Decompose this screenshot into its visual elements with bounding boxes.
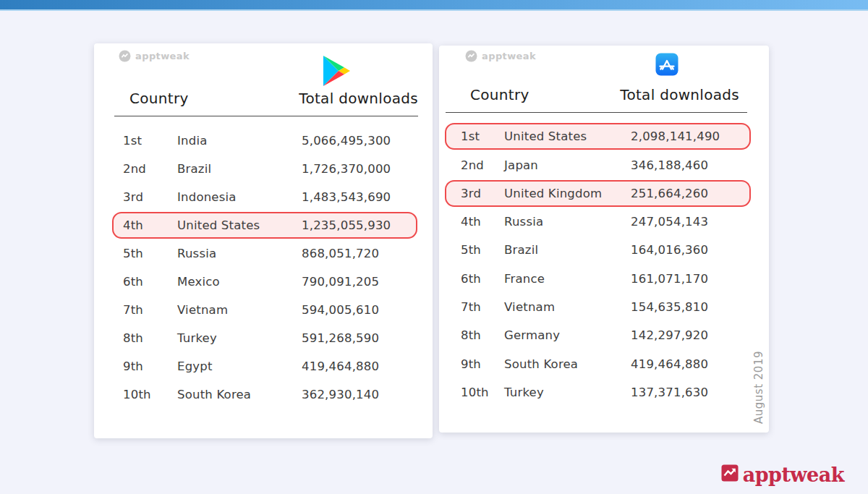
rank-cell: 1st — [123, 134, 177, 148]
country-cell: Japan — [504, 158, 631, 172]
rank-cell: 6th — [123, 275, 177, 289]
rank-cell: 3rd — [461, 187, 504, 200]
country-cell: Turkey — [177, 331, 302, 345]
country-cell: Russia — [177, 247, 302, 260]
country-cell: Russia — [504, 215, 631, 229]
country-cell: United Kingdom — [504, 187, 631, 200]
country-cell: United States — [177, 218, 302, 232]
table-row: 8th Turkey 591,268,590 — [112, 325, 417, 352]
table-row: 9th South Korea 419,464,880 — [445, 351, 751, 378]
downloads-cell: 247,054,143 — [631, 215, 749, 229]
header-divider — [446, 112, 747, 113]
downloads-cell: 154,635,810 — [631, 300, 749, 314]
table-row: 10th South Korea 362,930,140 — [112, 381, 417, 408]
downloads-cell: 591,268,590 — [302, 331, 416, 345]
country-cell: Egypt — [177, 359, 302, 373]
table-row: 7th Vietnam 154,635,810 — [445, 294, 751, 320]
top-blue-bar — [0, 0, 868, 11]
rank-cell: 7th — [461, 300, 504, 314]
apptweak-logo-icon — [721, 464, 739, 485]
rank-cell: 5th — [461, 243, 504, 257]
rank-cell: 5th — [123, 247, 177, 260]
rank-cell: 4th — [461, 215, 504, 229]
apptweak-watermark-label: apptweak — [135, 51, 190, 61]
rank-cell: 9th — [461, 357, 504, 371]
country-header: Country — [129, 90, 189, 107]
google-play-table-card: apptweak Country Total downloads 1st Ind… — [94, 43, 433, 438]
rank-cell: 8th — [123, 331, 177, 345]
downloads-cell: 362,930,140 — [302, 388, 416, 401]
apptweak-watermark-icon — [119, 50, 131, 62]
table-row: 6th Mexico 790,091,205 — [112, 268, 417, 295]
table-row: 1st India 5,066,495,300 — [112, 127, 417, 154]
table-row: 10th Turkey 137,371,630 — [445, 379, 751, 406]
table-header-row: Country Total downloads — [94, 90, 433, 107]
country-cell: France — [504, 272, 631, 286]
country-cell: Vietnam — [177, 303, 302, 317]
downloads-cell: 346,188,460 — [631, 158, 749, 172]
downloads-cell: 164,016,360 — [631, 243, 749, 257]
country-cell: Brazil — [177, 162, 302, 176]
country-cell: Mexico — [177, 275, 302, 289]
country-cell: Germany — [504, 328, 631, 342]
apptweak-logo: apptweak — [721, 464, 844, 485]
rank-cell: 9th — [123, 359, 177, 373]
downloads-cell: 161,071,170 — [631, 272, 749, 286]
country-cell: India — [177, 134, 302, 148]
rank-cell: 6th — [461, 272, 504, 286]
apptweak-watermark-label: apptweak — [482, 51, 536, 61]
google-play-table-body: 1st India 5,066,495,300 2nd Brazil 1,726… — [94, 126, 433, 409]
country-cell: South Korea — [504, 357, 631, 371]
table-row: 7th Vietnam 594,005,610 — [112, 297, 417, 323]
country-cell: Indonesia — [177, 190, 302, 204]
total-downloads-header: Total downloads — [620, 86, 739, 103]
downloads-cell: 1,726,370,000 — [302, 162, 416, 176]
apptweak-logo-label: apptweak — [743, 465, 844, 485]
downloads-cell: 594,005,610 — [302, 303, 416, 317]
country-cell: Vietnam — [504, 300, 631, 314]
country-cell: Turkey — [504, 386, 631, 399]
table-row: 2nd Brazil 1,726,370,000 — [112, 156, 417, 182]
apptweak-watermark: apptweak — [465, 50, 536, 62]
country-header: Country — [470, 86, 529, 103]
header-divider — [114, 116, 418, 116]
table-row: 2nd Japan 346,188,460 — [445, 152, 751, 179]
apptweak-watermark-icon — [465, 50, 477, 62]
date-annotation: August 2019 — [752, 351, 765, 424]
table-row: 1st United States 2,098,141,490 — [445, 123, 751, 150]
table-row: 5th Russia 868,051,720 — [112, 240, 417, 267]
table-row: 5th Brazil 164,016,360 — [445, 237, 751, 263]
downloads-cell: 251,664,260 — [631, 187, 749, 200]
app-store-table-body: 1st United States 2,098,141,490 2nd Japa… — [439, 122, 769, 407]
rank-cell: 10th — [461, 386, 504, 399]
app-store-table-card: apptweak Country Total downloads 1st Uni… — [439, 46, 769, 433]
apptweak-watermark: apptweak — [119, 50, 190, 62]
downloads-cell: 5,066,495,300 — [302, 134, 416, 148]
downloads-cell: 419,464,880 — [302, 359, 416, 373]
table-row: 9th Egypt 419,464,880 — [112, 353, 417, 380]
google-play-icon — [323, 55, 352, 90]
rank-cell: 10th — [123, 388, 177, 401]
rank-cell: 4th — [123, 218, 177, 232]
table-header-row: Country Total downloads — [439, 86, 769, 103]
rank-cell: 1st — [461, 129, 504, 143]
table-row: 3rd Indonesia 1,483,543,690 — [112, 184, 417, 210]
table-row: 4th Russia 247,054,143 — [445, 208, 751, 235]
downloads-cell: 790,091,205 — [302, 275, 416, 289]
downloads-cell: 419,464,880 — [631, 357, 749, 371]
table-row: 8th Germany 142,297,920 — [445, 322, 751, 349]
downloads-cell: 137,371,630 — [631, 386, 749, 399]
rank-cell: 2nd — [461, 158, 504, 172]
downloads-cell: 1,483,543,690 — [302, 190, 416, 204]
rank-cell: 7th — [123, 303, 177, 317]
total-downloads-header: Total downloads — [299, 90, 418, 107]
country-cell: United States — [504, 129, 631, 143]
table-row: 6th France 161,071,170 — [445, 265, 751, 292]
downloads-cell: 2,098,141,490 — [631, 129, 749, 143]
rank-cell: 3rd — [123, 190, 177, 204]
downloads-cell: 142,297,920 — [631, 328, 749, 342]
country-cell: Brazil — [504, 243, 631, 257]
rank-cell: 2nd — [123, 162, 177, 176]
country-cell: South Korea — [177, 388, 302, 401]
table-row: 4th United States 1,235,055,930 — [112, 212, 417, 239]
